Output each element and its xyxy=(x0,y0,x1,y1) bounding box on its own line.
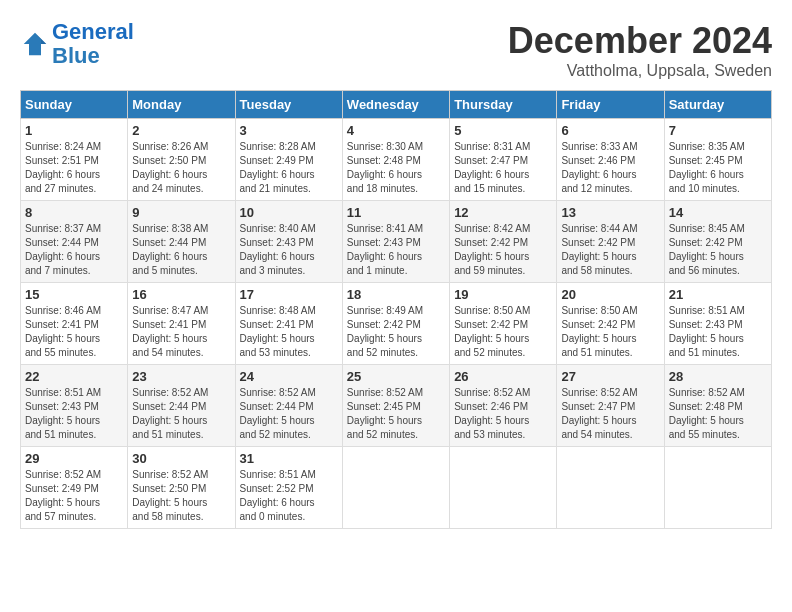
day-number: 20 xyxy=(561,287,659,302)
month-title: December 2024 xyxy=(508,20,772,62)
day-number: 23 xyxy=(132,369,230,384)
day-info: Sunrise: 8:40 AM Sunset: 2:43 PM Dayligh… xyxy=(240,222,338,278)
day-info: Sunrise: 8:24 AM Sunset: 2:51 PM Dayligh… xyxy=(25,140,123,196)
day-info: Sunrise: 8:28 AM Sunset: 2:49 PM Dayligh… xyxy=(240,140,338,196)
day-info: Sunrise: 8:51 AM Sunset: 2:43 PM Dayligh… xyxy=(669,304,767,360)
calendar-cell: 6Sunrise: 8:33 AM Sunset: 2:46 PM Daylig… xyxy=(557,119,664,201)
day-number: 29 xyxy=(25,451,123,466)
calendar-cell: 16Sunrise: 8:47 AM Sunset: 2:41 PM Dayli… xyxy=(128,283,235,365)
day-info: Sunrise: 8:52 AM Sunset: 2:44 PM Dayligh… xyxy=(132,386,230,442)
calendar-table: SundayMondayTuesdayWednesdayThursdayFrid… xyxy=(20,90,772,529)
day-info: Sunrise: 8:26 AM Sunset: 2:50 PM Dayligh… xyxy=(132,140,230,196)
calendar-cell: 14Sunrise: 8:45 AM Sunset: 2:42 PM Dayli… xyxy=(664,201,771,283)
calendar-cell: 9Sunrise: 8:38 AM Sunset: 2:44 PM Daylig… xyxy=(128,201,235,283)
calendar-cell: 26Sunrise: 8:52 AM Sunset: 2:46 PM Dayli… xyxy=(450,365,557,447)
week-row-3: 15Sunrise: 8:46 AM Sunset: 2:41 PM Dayli… xyxy=(21,283,772,365)
day-info: Sunrise: 8:51 AM Sunset: 2:52 PM Dayligh… xyxy=(240,468,338,524)
header-wednesday: Wednesday xyxy=(342,91,449,119)
calendar-cell: 30Sunrise: 8:52 AM Sunset: 2:50 PM Dayli… xyxy=(128,447,235,529)
day-info: Sunrise: 8:49 AM Sunset: 2:42 PM Dayligh… xyxy=(347,304,445,360)
day-info: Sunrise: 8:48 AM Sunset: 2:41 PM Dayligh… xyxy=(240,304,338,360)
day-info: Sunrise: 8:35 AM Sunset: 2:45 PM Dayligh… xyxy=(669,140,767,196)
day-info: Sunrise: 8:52 AM Sunset: 2:44 PM Dayligh… xyxy=(240,386,338,442)
calendar-header-row: SundayMondayTuesdayWednesdayThursdayFrid… xyxy=(21,91,772,119)
day-number: 1 xyxy=(25,123,123,138)
day-info: Sunrise: 8:50 AM Sunset: 2:42 PM Dayligh… xyxy=(561,304,659,360)
week-row-2: 8Sunrise: 8:37 AM Sunset: 2:44 PM Daylig… xyxy=(21,201,772,283)
calendar-cell: 3Sunrise: 8:28 AM Sunset: 2:49 PM Daylig… xyxy=(235,119,342,201)
day-info: Sunrise: 8:41 AM Sunset: 2:43 PM Dayligh… xyxy=(347,222,445,278)
calendar-cell: 18Sunrise: 8:49 AM Sunset: 2:42 PM Dayli… xyxy=(342,283,449,365)
day-number: 4 xyxy=(347,123,445,138)
calendar-cell: 20Sunrise: 8:50 AM Sunset: 2:42 PM Dayli… xyxy=(557,283,664,365)
header-saturday: Saturday xyxy=(664,91,771,119)
day-info: Sunrise: 8:52 AM Sunset: 2:49 PM Dayligh… xyxy=(25,468,123,524)
day-number: 21 xyxy=(669,287,767,302)
day-info: Sunrise: 8:52 AM Sunset: 2:47 PM Dayligh… xyxy=(561,386,659,442)
calendar-cell: 5Sunrise: 8:31 AM Sunset: 2:47 PM Daylig… xyxy=(450,119,557,201)
week-row-1: 1Sunrise: 8:24 AM Sunset: 2:51 PM Daylig… xyxy=(21,119,772,201)
calendar-cell: 10Sunrise: 8:40 AM Sunset: 2:43 PM Dayli… xyxy=(235,201,342,283)
logo-text: General Blue xyxy=(52,20,134,68)
day-number: 9 xyxy=(132,205,230,220)
day-number: 11 xyxy=(347,205,445,220)
day-number: 22 xyxy=(25,369,123,384)
calendar-cell: 15Sunrise: 8:46 AM Sunset: 2:41 PM Dayli… xyxy=(21,283,128,365)
day-info: Sunrise: 8:47 AM Sunset: 2:41 PM Dayligh… xyxy=(132,304,230,360)
day-info: Sunrise: 8:50 AM Sunset: 2:42 PM Dayligh… xyxy=(454,304,552,360)
calendar-cell: 4Sunrise: 8:30 AM Sunset: 2:48 PM Daylig… xyxy=(342,119,449,201)
day-info: Sunrise: 8:37 AM Sunset: 2:44 PM Dayligh… xyxy=(25,222,123,278)
day-number: 12 xyxy=(454,205,552,220)
day-number: 6 xyxy=(561,123,659,138)
day-number: 19 xyxy=(454,287,552,302)
day-info: Sunrise: 8:46 AM Sunset: 2:41 PM Dayligh… xyxy=(25,304,123,360)
title-block: December 2024 Vattholma, Uppsala, Sweden xyxy=(508,20,772,80)
day-number: 31 xyxy=(240,451,338,466)
calendar-cell: 27Sunrise: 8:52 AM Sunset: 2:47 PM Dayli… xyxy=(557,365,664,447)
week-row-5: 29Sunrise: 8:52 AM Sunset: 2:49 PM Dayli… xyxy=(21,447,772,529)
day-number: 30 xyxy=(132,451,230,466)
calendar-cell: 22Sunrise: 8:51 AM Sunset: 2:43 PM Dayli… xyxy=(21,365,128,447)
header-friday: Friday xyxy=(557,91,664,119)
header-monday: Monday xyxy=(128,91,235,119)
day-number: 3 xyxy=(240,123,338,138)
day-number: 17 xyxy=(240,287,338,302)
page-header: General Blue December 2024 Vattholma, Up… xyxy=(20,20,772,80)
calendar-cell xyxy=(342,447,449,529)
day-number: 24 xyxy=(240,369,338,384)
calendar-cell: 21Sunrise: 8:51 AM Sunset: 2:43 PM Dayli… xyxy=(664,283,771,365)
day-info: Sunrise: 8:31 AM Sunset: 2:47 PM Dayligh… xyxy=(454,140,552,196)
day-number: 7 xyxy=(669,123,767,138)
day-number: 10 xyxy=(240,205,338,220)
calendar-cell: 19Sunrise: 8:50 AM Sunset: 2:42 PM Dayli… xyxy=(450,283,557,365)
calendar-cell xyxy=(450,447,557,529)
day-number: 15 xyxy=(25,287,123,302)
header-sunday: Sunday xyxy=(21,91,128,119)
day-info: Sunrise: 8:52 AM Sunset: 2:50 PM Dayligh… xyxy=(132,468,230,524)
day-info: Sunrise: 8:51 AM Sunset: 2:43 PM Dayligh… xyxy=(25,386,123,442)
calendar-cell: 31Sunrise: 8:51 AM Sunset: 2:52 PM Dayli… xyxy=(235,447,342,529)
calendar-cell: 2Sunrise: 8:26 AM Sunset: 2:50 PM Daylig… xyxy=(128,119,235,201)
day-info: Sunrise: 8:42 AM Sunset: 2:42 PM Dayligh… xyxy=(454,222,552,278)
day-info: Sunrise: 8:38 AM Sunset: 2:44 PM Dayligh… xyxy=(132,222,230,278)
day-number: 28 xyxy=(669,369,767,384)
day-number: 25 xyxy=(347,369,445,384)
calendar-cell xyxy=(664,447,771,529)
day-number: 8 xyxy=(25,205,123,220)
day-number: 2 xyxy=(132,123,230,138)
calendar-cell xyxy=(557,447,664,529)
logo-icon xyxy=(20,29,50,59)
location-subtitle: Vattholma, Uppsala, Sweden xyxy=(508,62,772,80)
day-info: Sunrise: 8:30 AM Sunset: 2:48 PM Dayligh… xyxy=(347,140,445,196)
calendar-cell: 28Sunrise: 8:52 AM Sunset: 2:48 PM Dayli… xyxy=(664,365,771,447)
header-tuesday: Tuesday xyxy=(235,91,342,119)
day-info: Sunrise: 8:44 AM Sunset: 2:42 PM Dayligh… xyxy=(561,222,659,278)
day-number: 14 xyxy=(669,205,767,220)
calendar-cell: 12Sunrise: 8:42 AM Sunset: 2:42 PM Dayli… xyxy=(450,201,557,283)
calendar-cell: 24Sunrise: 8:52 AM Sunset: 2:44 PM Dayli… xyxy=(235,365,342,447)
header-thursday: Thursday xyxy=(450,91,557,119)
day-info: Sunrise: 8:52 AM Sunset: 2:48 PM Dayligh… xyxy=(669,386,767,442)
day-number: 26 xyxy=(454,369,552,384)
day-number: 18 xyxy=(347,287,445,302)
calendar-cell: 23Sunrise: 8:52 AM Sunset: 2:44 PM Dayli… xyxy=(128,365,235,447)
